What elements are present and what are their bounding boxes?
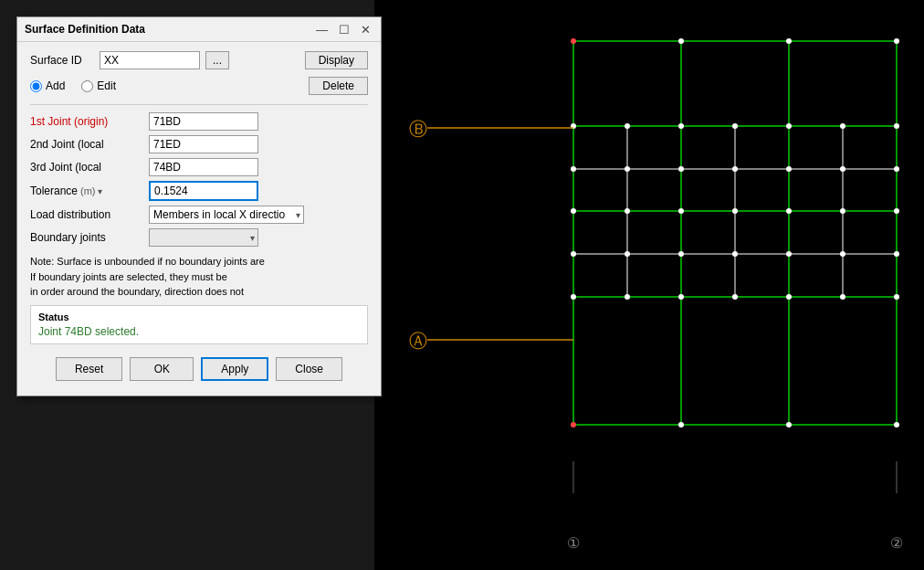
note-line3: in order around the boundary, direction … — [30, 284, 368, 300]
svg-point-33 — [571, 208, 576, 214]
tolerance-unit: (m) — [80, 185, 96, 196]
svg-point-48 — [625, 294, 630, 300]
svg-point-30 — [786, 166, 792, 172]
svg-point-18 — [894, 38, 899, 44]
note-line1: Note: Surface is unbounded if no boundar… — [30, 254, 368, 269]
tolerance-label-group: Tolerance (m) ▾ — [30, 185, 149, 197]
dialog-body: Surface ID ... Display Add Edit Delete 1… — [17, 42, 381, 396]
svg-point-21 — [678, 123, 684, 129]
svg-point-24 — [840, 123, 845, 129]
svg-point-39 — [894, 208, 899, 214]
svg-point-51 — [786, 294, 792, 300]
label-b: Ⓑ — [409, 119, 427, 139]
edit-radio-text: Edit — [97, 79, 116, 92]
status-section: Status Joint 74BD selected. — [30, 305, 368, 344]
joint1-label: 1st Joint (origin) — [30, 115, 149, 128]
svg-point-20 — [625, 123, 630, 129]
boundary-joints-select-wrapper: ▾ — [149, 228, 258, 247]
joint3-row: 3rd Joint (local — [30, 158, 368, 176]
delete-button[interactable]: Delete — [309, 77, 368, 95]
dialog-titlebar: Surface Definition Data — ☐ ✕ — [17, 17, 381, 42]
svg-point-16 — [678, 38, 684, 44]
maximize-button[interactable]: ☐ — [336, 24, 352, 36]
svg-point-25 — [894, 123, 899, 129]
tolerance-label: Tolerance — [30, 185, 78, 197]
svg-point-32 — [894, 166, 899, 172]
svg-point-37 — [786, 208, 792, 214]
joint1-row: 1st Joint (origin) — [30, 112, 368, 131]
tolerance-unit-arrow[interactable]: ▾ — [98, 186, 102, 196]
edit-radio-label[interactable]: Edit — [81, 79, 116, 92]
joint3-input[interactable] — [149, 158, 258, 176]
joint2-label: 2nd Joint (local — [30, 138, 149, 151]
ellipsis-button[interactable]: ... — [205, 51, 229, 69]
svg-point-28 — [678, 166, 684, 172]
add-radio[interactable] — [30, 80, 42, 92]
note-section: Note: Surface is unbounded if no boundar… — [30, 254, 368, 300]
svg-point-35 — [678, 208, 684, 214]
svg-point-26 — [571, 166, 576, 172]
load-distribution-select-wrapper: Members in local X direction Members in … — [149, 206, 304, 224]
svg-point-15 — [571, 38, 576, 44]
form-section: 1st Joint (origin) 2nd Joint (local 3rd … — [30, 104, 368, 247]
surface-id-label: Surface ID — [30, 54, 94, 67]
svg-point-57 — [894, 422, 899, 428]
status-value: Joint 74BD selected. — [38, 325, 360, 338]
surface-id-input[interactable] — [100, 51, 200, 69]
add-radio-label[interactable]: Add — [30, 79, 65, 92]
tolerance-input[interactable] — [149, 181, 258, 201]
svg-point-53 — [894, 294, 899, 300]
svg-point-46 — [894, 251, 899, 257]
minimize-button[interactable]: — — [313, 24, 331, 36]
add-radio-text: Add — [46, 79, 65, 92]
svg-rect-0 — [374, 0, 924, 570]
load-distribution-select[interactable]: Members in local X direction Members in … — [149, 206, 304, 224]
svg-point-44 — [786, 251, 792, 257]
label-1: ① — [567, 535, 580, 551]
svg-point-23 — [786, 123, 792, 129]
joint3-label: 3rd Joint (local — [30, 161, 149, 174]
surface-definition-dialog: Surface Definition Data — ☐ ✕ Surface ID… — [16, 16, 382, 396]
label-2: ② — [890, 535, 903, 551]
load-distribution-label: Load distribution — [30, 208, 149, 221]
apply-button[interactable]: Apply — [201, 357, 268, 381]
surface-id-row: Surface ID ... Display — [30, 51, 368, 69]
joint2-row: 2nd Joint (local — [30, 135, 368, 153]
svg-point-56 — [786, 422, 792, 428]
boundary-joints-row: Boundary joints ▾ — [30, 228, 368, 247]
svg-point-31 — [840, 166, 845, 172]
tolerance-row: Tolerance (m) ▾ — [30, 181, 368, 201]
display-button[interactable]: Display — [305, 51, 368, 69]
svg-point-47 — [571, 294, 576, 300]
close-title-button[interactable]: ✕ — [358, 24, 373, 36]
status-title: Status — [38, 311, 360, 322]
ok-button[interactable]: OK — [130, 357, 194, 381]
svg-point-43 — [732, 251, 738, 257]
svg-point-41 — [625, 251, 630, 257]
button-row: Reset OK Apply Close — [30, 354, 368, 386]
edit-radio[interactable] — [81, 80, 93, 92]
svg-point-27 — [625, 166, 630, 172]
reset-button[interactable]: Reset — [56, 357, 122, 381]
svg-point-55 — [678, 422, 684, 428]
close-button[interactable]: Close — [276, 357, 342, 381]
svg-point-22 — [732, 123, 738, 129]
svg-point-34 — [625, 208, 630, 214]
svg-point-29 — [732, 166, 738, 172]
radio-row: Add Edit Delete — [30, 77, 368, 95]
svg-point-54 — [571, 422, 576, 428]
canvas-svg: Ⓑ Ⓐ ① ② — [374, 0, 924, 570]
boundary-joints-label: Boundary joints — [30, 231, 149, 244]
titlebar-controls: — ☐ ✕ — [313, 24, 373, 36]
canvas-area: Ⓑ Ⓐ ① ② — [374, 0, 924, 570]
svg-point-36 — [732, 208, 738, 214]
label-a: Ⓐ — [409, 331, 427, 351]
dialog-title: Surface Definition Data — [25, 23, 145, 36]
joint2-input[interactable] — [149, 135, 258, 153]
svg-point-50 — [732, 294, 738, 300]
svg-point-49 — [678, 294, 684, 300]
note-line2: If boundary joints are selected, they mu… — [30, 269, 368, 285]
svg-point-17 — [786, 38, 792, 44]
boundary-joints-select[interactable] — [149, 228, 258, 247]
joint1-input[interactable] — [149, 112, 258, 131]
